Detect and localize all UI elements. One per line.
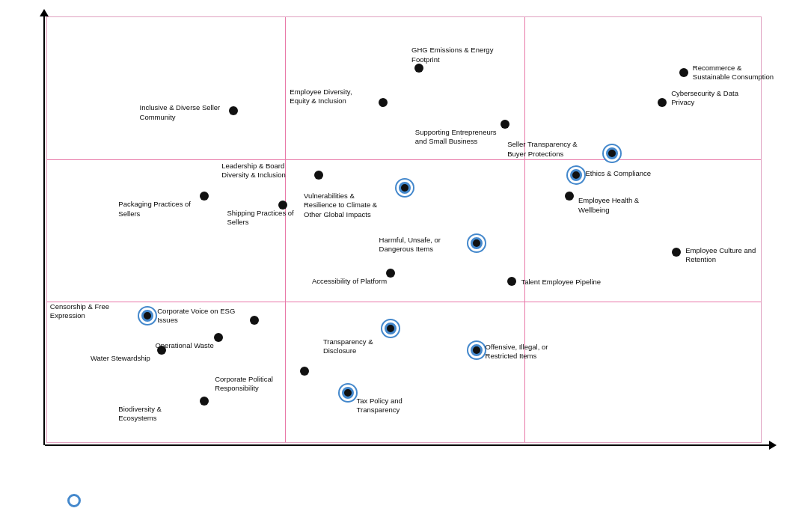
data-point-ghg	[414, 64, 423, 73]
data-point-cybersecurity	[658, 98, 667, 107]
data-point-employee-culture	[672, 248, 681, 257]
data-point-supporting-entrepreneurs	[501, 120, 509, 129]
data-point-tax-policy	[342, 387, 354, 399]
data-point-employee-health	[565, 192, 574, 201]
label-accessibility: Accessibility of Platform	[312, 277, 394, 286]
data-point-talent-pipeline	[507, 277, 516, 286]
legend-icon	[67, 494, 81, 507]
legend	[67, 494, 88, 507]
data-point-corporate-political	[300, 367, 309, 376]
label-censorship: Censorship & Free Expression	[50, 302, 132, 321]
grid-h-line	[47, 302, 761, 302]
data-point-seller-transparency	[606, 147, 618, 159]
label-ethics-compliance: Ethics & Compliance	[585, 169, 667, 178]
data-point-ethics-compliance	[570, 169, 582, 181]
data-point-corporate-voice	[250, 316, 259, 325]
data-point-recommerce	[679, 68, 688, 77]
data-point-censorship	[141, 310, 153, 322]
label-cybersecurity: Cybersecurity & Data Privacy	[671, 89, 753, 108]
label-employee-diversity: Employee Diversity, Equity & Inclusion	[290, 88, 372, 106]
label-leadership-board: Leadership & Board Diversity & Inclusion	[221, 162, 304, 180]
data-point-harmful-unsafe	[471, 237, 483, 249]
label-employee-health: Employee Health & Wellbeing	[578, 196, 661, 215]
label-vulnerabilities: Vulnerabilities & Resilience to Climate …	[304, 192, 386, 219]
grid-h-line	[47, 159, 761, 160]
label-ghg: GHG Emissions & Energy Footprint	[411, 46, 494, 64]
data-point-vulnerabilities	[399, 182, 411, 194]
data-point-employee-diversity	[379, 98, 388, 107]
label-biodiversity: Biodiversity & Ecosystems	[118, 405, 201, 424]
label-harmful-unsafe: Harmful, Unsafe, or Dangerous Items	[379, 236, 462, 254]
label-corporate-political: Corporate Political Responsibility	[215, 375, 297, 394]
label-shipping-practices: Shipping Practices of Sellers	[227, 209, 309, 227]
data-point-offensive-illegal	[471, 344, 483, 356]
label-supporting-entrepreneurs: Supporting Entrepreneurs and Small Busin…	[415, 128, 498, 147]
y-axis-label	[6, 15, 36, 449]
label-employee-culture: Employee Culture and Retention	[685, 246, 768, 265]
label-recommerce: Recommerce & Sustainable Consumption	[693, 64, 775, 82]
label-inclusive-diverse: Inclusive & Diverse Seller Community	[140, 103, 222, 122]
label-corporate-voice: Corporate Voice on ESG Issues	[157, 307, 239, 325]
grid-v-line	[524, 17, 525, 442]
data-point-biodiversity	[200, 397, 209, 406]
label-tax-policy: Tax Policy and Transparency	[357, 397, 439, 415]
data-point-packaging-practices	[200, 192, 209, 201]
data-point-inclusive-diverse	[229, 106, 238, 115]
data-point-leadership-board	[314, 171, 323, 180]
data-point-transparency	[385, 322, 397, 334]
label-operational-waste: Operational Waste	[155, 341, 237, 350]
y-axis-arrow	[43, 15, 45, 445]
label-seller-transparency: Seller Transparency & Buyer Protections	[507, 140, 590, 159]
label-offensive-illegal: Offensive, Illegal, or Restricted Items	[486, 343, 568, 361]
label-talent-pipeline: Talent Employee Pipeline	[521, 278, 603, 287]
label-water-stewardship: Water Stewardship	[91, 354, 173, 363]
x-axis-arrow	[45, 444, 771, 446]
plot-area: GHG Emissions & Energy FootprintRecommer…	[46, 16, 762, 443]
label-packaging-practices: Packaging Practices of Sellers	[118, 200, 201, 218]
label-transparency: Transparency & Disclosure	[323, 337, 405, 356]
